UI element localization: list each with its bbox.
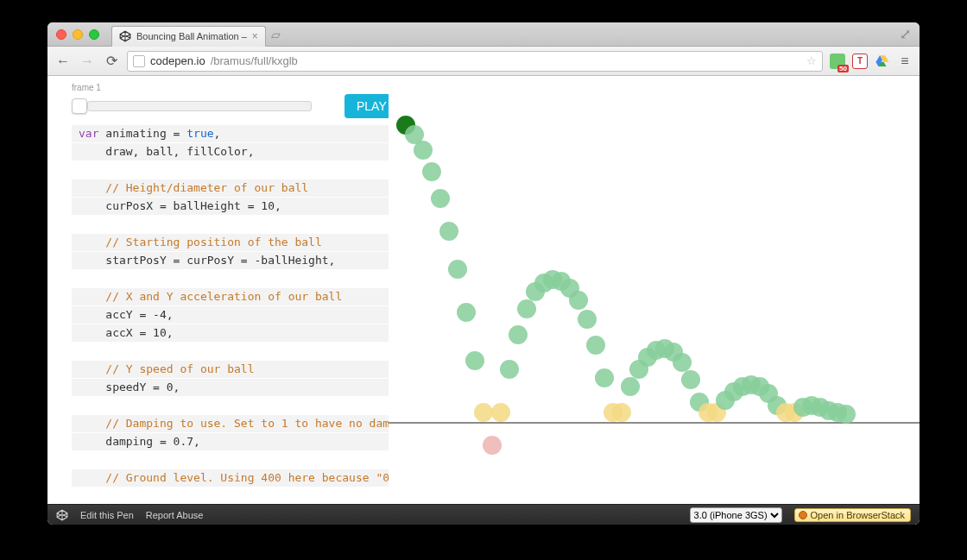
code-line: damping = 0.7, [72, 433, 389, 450]
code-line: curPosX = ballHeight = 10, [72, 198, 389, 215]
window-controls [56, 29, 99, 40]
reload-button[interactable]: ⟳ [103, 53, 120, 69]
ball [595, 368, 614, 387]
zoom-icon[interactable] [89, 29, 99, 40]
code-line: // Height/diameter of our ball [72, 179, 389, 197]
frame-slider[interactable] [72, 98, 312, 114]
ball [465, 351, 484, 370]
codepen-favicon-icon [119, 30, 131, 42]
close-tab-icon[interactable]: × [252, 30, 258, 42]
ball [422, 162, 441, 181]
slider-track[interactable] [87, 101, 312, 111]
ball [457, 303, 476, 322]
page-content: frame 1 PLAY var animating = true, draw,… [47, 76, 920, 504]
code-line: speedY = 0, [72, 379, 389, 396]
ball [431, 189, 450, 208]
ball [517, 299, 536, 318]
ball [681, 370, 700, 389]
ball [621, 377, 640, 396]
ball [448, 260, 467, 279]
ball [509, 325, 528, 344]
code-line [72, 216, 389, 233]
code-line: draw, ball, fillColor, [72, 143, 389, 160]
ball [673, 353, 692, 372]
ball [586, 336, 605, 355]
maximize-icon[interactable]: ⤢ [900, 26, 911, 42]
forward-button[interactable]: → [79, 53, 96, 69]
tab-strip: Bouncing Ball Animation – × ▱ ⤢ [47, 22, 920, 47]
edit-pen-link[interactable]: Edit this Pen [80, 510, 134, 520]
code-listing: var animating = true, draw, ball, fillCo… [72, 125, 389, 487]
extension-t-icon[interactable]: T [852, 53, 868, 69]
codepen-logo-icon [56, 509, 68, 521]
ball [491, 403, 510, 422]
report-abuse-link[interactable]: Report Abuse [146, 510, 204, 520]
new-tab-button[interactable]: ▱ [271, 28, 281, 41]
code-line: // Y speed of our ball [72, 361, 389, 378]
device-select[interactable]: 3.0 (iPhone 3GS) [690, 507, 782, 523]
page-icon [133, 55, 145, 67]
extension-badge: 50 [837, 65, 849, 72]
code-line: // Damping to use. Set to 1 to have no d… [72, 415, 389, 432]
open-browserstack-label: Open in BrowserStack [811, 510, 905, 520]
ball [837, 405, 856, 424]
minimize-icon[interactable] [73, 29, 83, 40]
code-line: startPosY = curPosY = -ballHeight, [72, 252, 389, 269]
code-line [72, 343, 389, 360]
bookmark-star-icon[interactable]: ☆ [806, 54, 817, 67]
code-line [72, 451, 389, 469]
code-line: accX = 10, [72, 324, 389, 342]
code-line [72, 397, 389, 414]
code-line [72, 161, 389, 179]
frame-label: frame 1 [72, 83, 389, 92]
code-line: // Starting position of the ball [72, 234, 389, 251]
close-icon[interactable] [56, 29, 66, 40]
extension-frog-icon[interactable]: 50 [830, 53, 845, 69]
url-path: /bramus/full/kxglb [211, 54, 298, 67]
slider-thumb[interactable] [72, 98, 87, 114]
ball [474, 403, 493, 422]
code-line [72, 270, 389, 287]
tab-title: Bouncing Ball Animation – [136, 31, 247, 41]
controls-row: PLAY [72, 94, 389, 118]
ball [569, 291, 588, 310]
code-line: accY = -4, [72, 306, 389, 324]
open-browserstack-button[interactable]: Open in BrowserStack [794, 508, 911, 522]
url-host: codepen.io [150, 54, 205, 67]
address-bar[interactable]: codepen.io/bramus/full/kxglb ☆ [127, 51, 823, 72]
ground-line [389, 422, 920, 424]
animation-canvas [389, 76, 920, 504]
code-line: // Ground level. Using 400 here because … [72, 469, 389, 487]
ball [439, 222, 458, 241]
ball [578, 310, 597, 329]
extension-icons: 50 T ≡ [830, 53, 913, 69]
browser-toolbar: ← → ⟳ codepen.io/bramus/full/kxglb ☆ 50 … [47, 47, 920, 76]
ball [414, 141, 433, 160]
codepen-footer: Edit this Pen Report Abuse 3.0 (iPhone 3… [47, 504, 920, 525]
code-line: // X and Y acceleration of our ball [72, 288, 389, 305]
ball [500, 360, 519, 379]
ball [612, 403, 631, 422]
ball [483, 436, 502, 455]
play-button[interactable]: PLAY [344, 94, 389, 118]
browser-tab[interactable]: Bouncing Ball Animation – × [111, 26, 266, 47]
menu-icon[interactable]: ≡ [897, 53, 913, 69]
code-line: var animating = true, [72, 125, 389, 142]
browserstack-icon [799, 511, 807, 519]
browser-window: Bouncing Ball Animation – × ▱ ⤢ ← → ⟳ co… [47, 22, 920, 525]
extension-drive-icon[interactable] [875, 53, 890, 69]
back-button[interactable]: ← [54, 53, 72, 69]
left-pane: frame 1 PLAY var animating = true, draw,… [47, 76, 389, 504]
